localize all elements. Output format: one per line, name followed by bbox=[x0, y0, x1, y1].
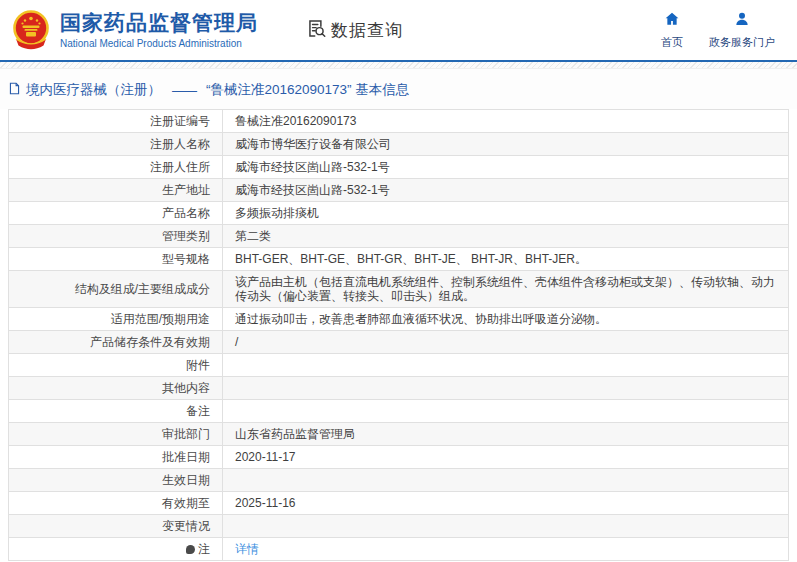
row-label: 附件 bbox=[9, 354, 223, 377]
row-value: 2020-11-17 bbox=[223, 446, 789, 469]
row-label: 有效期至 bbox=[9, 492, 223, 515]
row-value: 详情 bbox=[223, 538, 789, 561]
row-value: 多频振动排痰机 bbox=[223, 202, 789, 225]
row-label: 注 bbox=[9, 538, 223, 561]
section-title: 数据查询 bbox=[331, 19, 403, 42]
registration-info-table: 注册证编号鲁械注准20162090173注册人名称威海市博华医疗设备有限公司注册… bbox=[8, 109, 789, 561]
data-query-icon bbox=[306, 18, 327, 43]
row-value: 鲁械注准20162090173 bbox=[223, 110, 789, 133]
table-row: 生效日期 bbox=[9, 469, 789, 492]
row-label: 注册人住所 bbox=[9, 156, 223, 179]
info-table-body: 注册证编号鲁械注准20162090173注册人名称威海市博华医疗设备有限公司注册… bbox=[9, 110, 789, 561]
row-label: 批准日期 bbox=[9, 446, 223, 469]
table-row: 注详情 bbox=[9, 538, 789, 561]
hatch-strip bbox=[0, 62, 797, 69]
breadcrumb: 境内医疗器械（注册） —— “鲁械注准20162090173” 基本信息 bbox=[0, 69, 797, 109]
table-row: 管理类别第二类 bbox=[9, 225, 789, 248]
top-nav: 首页 政务服务门户 bbox=[661, 10, 775, 50]
table-row: 备注 bbox=[9, 400, 789, 423]
table-row: 有效期至2025-11-16 bbox=[9, 492, 789, 515]
row-label: 变更情况 bbox=[9, 515, 223, 538]
table-row: 结构及组成/主要组成成分该产品由主机（包括直流电机系统组件、控制系统组件、壳体组… bbox=[9, 271, 789, 308]
home-icon bbox=[663, 10, 681, 32]
table-row: 注册证编号鲁械注准20162090173 bbox=[9, 110, 789, 133]
row-value: 威海市博华医疗设备有限公司 bbox=[223, 133, 789, 156]
table-row: 其他内容 bbox=[9, 377, 789, 400]
row-value: 威海市经技区崮山路-532-1号 bbox=[223, 179, 789, 202]
nav-gov-portal-label: 政务服务门户 bbox=[709, 35, 775, 50]
row-value: BHT-GER、BHT-GE、BHT-GR、BHT-JE、 BHT-JR、BHT… bbox=[223, 248, 789, 271]
table-row: 产品名称多频振动排痰机 bbox=[9, 202, 789, 225]
page-title: “鲁械注准20162090173” 基本信息 bbox=[206, 81, 409, 99]
row-value: 第二类 bbox=[223, 225, 789, 248]
row-value: 威海市经技区崮山路-532-1号 bbox=[223, 156, 789, 179]
table-row: 批准日期2020-11-17 bbox=[9, 446, 789, 469]
table-row: 适用范围/预期用途通过振动叩击，改善患者肺部血液循环状况、协助排出呼吸道分泌物。 bbox=[9, 308, 789, 331]
row-value: 该产品由主机（包括直流电机系统组件、控制系统组件、壳体组件含移动柜或支架）、传动… bbox=[223, 271, 789, 308]
row-label: 备注 bbox=[9, 400, 223, 423]
row-label: 结构及组成/主要组成成分 bbox=[9, 271, 223, 308]
row-label: 生效日期 bbox=[9, 469, 223, 492]
user-icon bbox=[733, 10, 751, 32]
row-value bbox=[223, 377, 789, 400]
row-label: 型号规格 bbox=[9, 248, 223, 271]
row-label: 注册人名称 bbox=[9, 133, 223, 156]
table-row: 审批部门山东省药品监督管理局 bbox=[9, 423, 789, 446]
nav-home-label: 首页 bbox=[661, 35, 683, 50]
row-value: 2025-11-16 bbox=[223, 492, 789, 515]
national-emblem-logo bbox=[10, 9, 52, 53]
nav-gov-portal[interactable]: 政务服务门户 bbox=[709, 10, 775, 50]
table-row: 注册人住所威海市经技区崮山路-532-1号 bbox=[9, 156, 789, 179]
row-label: 生产地址 bbox=[9, 179, 223, 202]
breadcrumb-separator: —— bbox=[172, 83, 195, 98]
table-row: 型号规格BHT-GER、BHT-GE、BHT-GR、BHT-JE、 BHT-JR… bbox=[9, 248, 789, 271]
table-row: 附件 bbox=[9, 354, 789, 377]
row-label: 注册证编号 bbox=[9, 110, 223, 133]
row-value bbox=[223, 469, 789, 492]
table-row: 变更情况 bbox=[9, 515, 789, 538]
row-label: 管理类别 bbox=[9, 225, 223, 248]
row-label: 审批部门 bbox=[9, 423, 223, 446]
row-value: / bbox=[223, 331, 789, 354]
row-value bbox=[223, 354, 789, 377]
registration-info-table-wrap: 注册证编号鲁械注准20162090173注册人名称威海市博华医疗设备有限公司注册… bbox=[0, 109, 797, 561]
table-row: 生产地址威海市经技区崮山路-532-1号 bbox=[9, 179, 789, 202]
table-row: 产品储存条件及有效期/ bbox=[9, 331, 789, 354]
row-value: 通过振动叩击，改善患者肺部血液循环状况、协助排出呼吸道分泌物。 bbox=[223, 308, 789, 331]
document-icon bbox=[8, 82, 21, 98]
row-label: 产品储存条件及有效期 bbox=[9, 331, 223, 354]
agency-name-cn: 国家药品监督管理局 bbox=[60, 11, 258, 34]
row-label: 适用范围/预期用途 bbox=[9, 308, 223, 331]
detail-link[interactable]: 详情 bbox=[235, 542, 259, 556]
row-label: 其他内容 bbox=[9, 377, 223, 400]
row-value: 山东省药品监督管理局 bbox=[223, 423, 789, 446]
breadcrumb-category: 境内医疗器械（注册） bbox=[26, 81, 161, 99]
row-value bbox=[223, 515, 789, 538]
agency-name-en: National Medical Products Administration bbox=[60, 38, 258, 49]
row-value bbox=[223, 400, 789, 423]
table-row: 注册人名称威海市博华医疗设备有限公司 bbox=[9, 133, 789, 156]
page-header: 国家药品监督管理局 National Medical Products Admi… bbox=[0, 0, 797, 60]
data-query-section: 数据查询 bbox=[306, 18, 403, 43]
note-icon bbox=[186, 545, 195, 554]
row-label: 产品名称 bbox=[9, 202, 223, 225]
nav-home[interactable]: 首页 bbox=[661, 10, 683, 50]
